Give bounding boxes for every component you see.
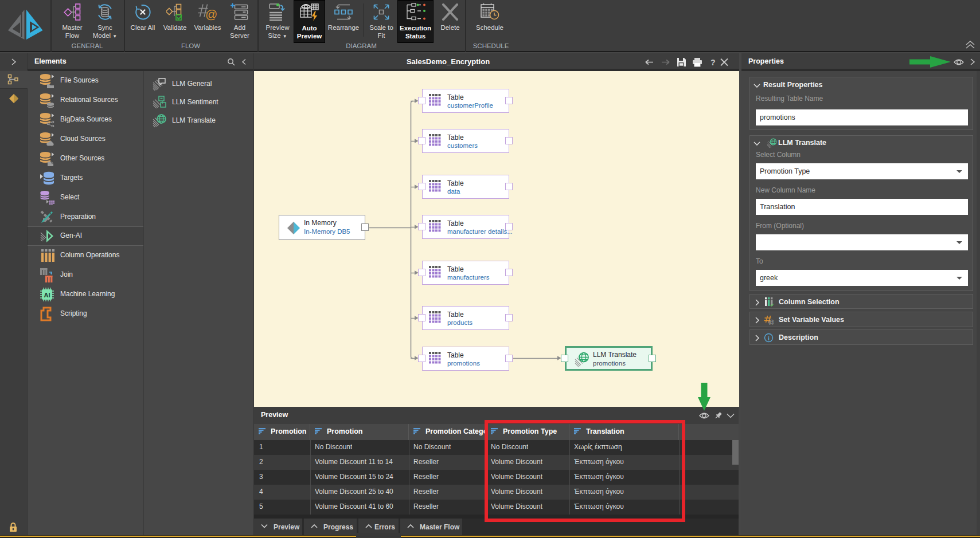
svg-text:@: @ xyxy=(768,319,774,325)
svg-text:i: i xyxy=(768,335,770,341)
svg-text:?: ? xyxy=(710,58,716,67)
svg-text:AI: AI xyxy=(44,292,50,299)
svg-text:@: @ xyxy=(205,7,217,21)
